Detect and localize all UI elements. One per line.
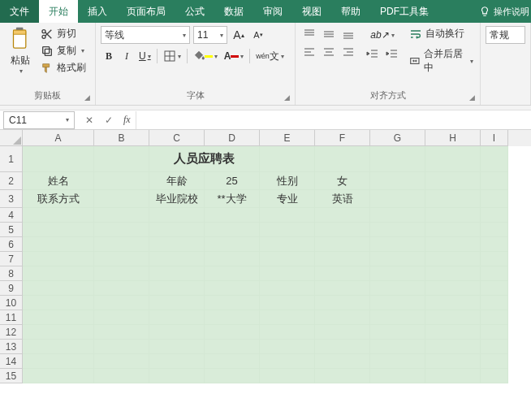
col-header-G[interactable]: G — [370, 130, 425, 146]
align-bottom-button[interactable] — [339, 26, 357, 42]
col-header-F[interactable]: F — [315, 130, 370, 146]
cell-B12[interactable] — [94, 325, 149, 340]
cell-C11[interactable] — [149, 310, 205, 325]
cell-E2[interactable]: 性别 — [260, 172, 315, 190]
cell-C10[interactable] — [149, 296, 205, 310]
cell-I13[interactable] — [481, 340, 508, 354]
cell-B9[interactable] — [94, 281, 149, 296]
cell-A3[interactable]: 联系方式 — [23, 190, 94, 208]
cell-A14[interactable] — [23, 354, 94, 369]
cell-A8[interactable] — [23, 266, 94, 281]
cell-F4[interactable] — [315, 208, 370, 223]
cell-C4[interactable] — [149, 208, 205, 223]
cell-E13[interactable] — [260, 340, 315, 354]
cell-A1[interactable] — [23, 146, 94, 172]
cell-G3[interactable] — [370, 190, 425, 208]
cell-F6[interactable] — [315, 237, 370, 252]
cut-button[interactable]: 剪切 — [39, 26, 88, 41]
cell-G15[interactable] — [370, 369, 425, 383]
cell-G1[interactable] — [370, 146, 425, 172]
menu-page-layout[interactable]: 页面布局 — [117, 0, 175, 23]
cell-H9[interactable] — [425, 281, 481, 296]
cell-E6[interactable] — [260, 237, 315, 252]
cell-D13[interactable] — [205, 340, 260, 354]
cell-E1[interactable] — [260, 146, 315, 172]
copy-button[interactable]: 复制▾ — [39, 43, 88, 58]
cell-C12[interactable] — [149, 325, 205, 340]
cell-A6[interactable] — [23, 237, 94, 252]
cell-I1[interactable] — [481, 146, 508, 172]
cell-F8[interactable] — [315, 266, 370, 281]
row-header-8[interactable]: 8 — [0, 266, 23, 281]
cell-C5[interactable] — [149, 223, 205, 237]
cell-G12[interactable] — [370, 325, 425, 340]
cell-D4[interactable] — [205, 208, 260, 223]
cell-B15[interactable] — [94, 369, 149, 383]
row-header-13[interactable]: 13 — [0, 340, 23, 354]
cell-I12[interactable] — [481, 325, 508, 340]
cell-F7[interactable] — [315, 252, 370, 266]
dialog-launcher-icon[interactable]: ◢ — [469, 93, 475, 102]
cell-H12[interactable] — [425, 325, 481, 340]
cell-D8[interactable] — [205, 266, 260, 281]
cell-D9[interactable] — [205, 281, 260, 296]
cell-B13[interactable] — [94, 340, 149, 354]
cell-D5[interactable] — [205, 223, 260, 237]
menu-insert[interactable]: 插入 — [78, 0, 117, 23]
cell-G11[interactable] — [370, 310, 425, 325]
cell-F13[interactable] — [315, 340, 370, 354]
row-header-12[interactable]: 12 — [0, 325, 23, 340]
italic-button[interactable]: I — [119, 47, 135, 65]
grow-font-button[interactable]: A▴ — [231, 26, 247, 44]
bold-button[interactable]: B — [101, 47, 117, 65]
cell-B6[interactable] — [94, 237, 149, 252]
cell-D6[interactable] — [205, 237, 260, 252]
row-header-7[interactable]: 7 — [0, 252, 23, 266]
cell-F5[interactable] — [315, 223, 370, 237]
enter-formula-button[interactable]: ✓ — [99, 115, 119, 126]
cell-A7[interactable] — [23, 252, 94, 266]
cell-F3[interactable]: 英语 — [315, 190, 370, 208]
cell-B2[interactable] — [94, 172, 149, 190]
row-header-6[interactable]: 6 — [0, 237, 23, 252]
cell-G13[interactable] — [370, 340, 425, 354]
underline-button[interactable]: U▾ — [136, 47, 153, 65]
cell-E10[interactable] — [260, 296, 315, 310]
menu-home[interactable]: 开始 — [39, 0, 78, 23]
cell-D3[interactable]: **大学 — [205, 190, 260, 208]
cell-A4[interactable] — [23, 208, 94, 223]
row-header-3[interactable]: 3 — [0, 190, 23, 208]
cell-I11[interactable] — [481, 310, 508, 325]
row-header-2[interactable]: 2 — [0, 172, 23, 190]
cell-H5[interactable] — [425, 223, 481, 237]
cell-D14[interactable] — [205, 354, 260, 369]
font-size-select[interactable]: 11▾ — [193, 26, 227, 44]
cell-B3[interactable] — [94, 190, 149, 208]
col-header-E[interactable]: E — [260, 130, 315, 146]
cell-I3[interactable] — [481, 190, 508, 208]
cell-H4[interactable] — [425, 208, 481, 223]
formula-bar[interactable] — [136, 111, 531, 129]
cell-C9[interactable] — [149, 281, 205, 296]
font-name-select[interactable]: 等线▾ — [101, 26, 190, 44]
cell-D7[interactable] — [205, 252, 260, 266]
phonetic-button[interactable]: wén文▾ — [253, 47, 287, 65]
col-header-B[interactable]: B — [94, 130, 149, 146]
decrease-indent-button[interactable] — [364, 45, 382, 63]
menu-file[interactable]: 文件 — [0, 0, 39, 23]
cell-H7[interactable] — [425, 252, 481, 266]
cell-title[interactable]: 人员应聘表 — [149, 146, 260, 172]
col-header-A[interactable]: A — [23, 130, 94, 146]
cell-F12[interactable] — [315, 325, 370, 340]
align-center-button[interactable] — [320, 44, 338, 60]
row-header-15[interactable]: 15 — [0, 369, 23, 383]
cell-H15[interactable] — [425, 369, 481, 383]
row-header-9[interactable]: 9 — [0, 281, 23, 296]
row-header-5[interactable]: 5 — [0, 223, 23, 237]
cell-B14[interactable] — [94, 354, 149, 369]
menu-pdf-tools[interactable]: PDF工具集 — [370, 0, 438, 23]
cell-A15[interactable] — [23, 369, 94, 383]
cell-G8[interactable] — [370, 266, 425, 281]
cell-B10[interactable] — [94, 296, 149, 310]
cell-C13[interactable] — [149, 340, 205, 354]
